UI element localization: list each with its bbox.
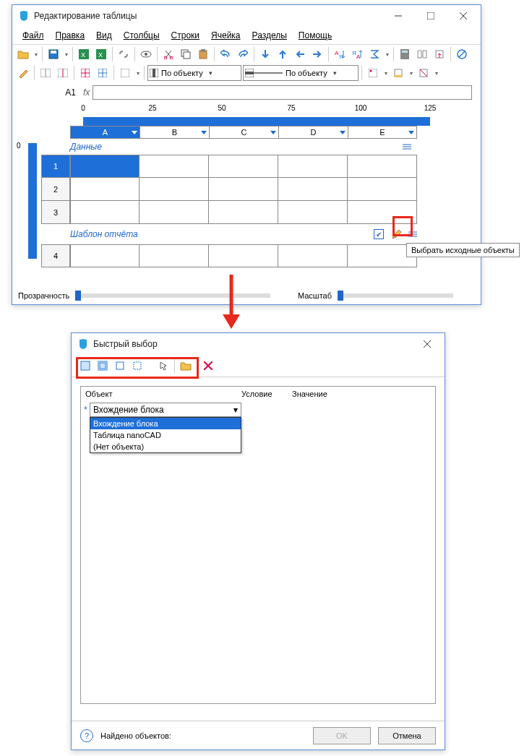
chevron-down-icon[interactable]	[270, 131, 276, 134]
menu-cell[interactable]: Ячейка	[205, 28, 246, 43]
align-dropdown-icon[interactable]: ▾	[382, 65, 389, 81]
col-header-b[interactable]: B	[140, 126, 209, 139]
fill-dropdown-icon[interactable]: ▾	[408, 65, 414, 81]
report-checkbox[interactable]: ✔	[374, 229, 384, 239]
sum-dropdown-icon[interactable]: ▾	[384, 46, 390, 62]
sort-asc-icon[interactable]: АЯ	[332, 46, 348, 62]
arrow-down-blue-icon[interactable]	[257, 46, 273, 62]
table-cell[interactable]	[140, 155, 209, 178]
table-cell[interactable]	[140, 178, 209, 201]
menu-rows[interactable]: Строки	[166, 28, 205, 43]
col-header-e[interactable]: E	[348, 126, 417, 139]
select-window-icon[interactable]	[95, 358, 111, 374]
chevron-down-icon[interactable]	[201, 131, 207, 134]
select-all-icon[interactable]	[77, 358, 93, 374]
table-cell[interactable]	[140, 201, 209, 224]
help-icon[interactable]: ?	[80, 729, 93, 742]
table-cell[interactable]	[278, 244, 348, 267]
arrow-right-blue-icon[interactable]	[309, 46, 325, 62]
formula-input[interactable]	[93, 85, 472, 100]
row-header-2[interactable]: 2	[41, 178, 70, 201]
titlebar[interactable]: Быстрый выбор	[72, 333, 445, 355]
undo-icon[interactable]	[218, 46, 233, 62]
calculator-icon[interactable]	[397, 46, 413, 62]
export-icon[interactable]	[432, 46, 447, 62]
table-cell[interactable]	[70, 155, 140, 178]
border-dropdown-icon[interactable]: ▾	[134, 65, 141, 81]
delete-icon[interactable]	[200, 358, 216, 374]
remove-format-dropdown-icon[interactable]: ▾	[433, 65, 439, 81]
split-cells-icon[interactable]	[55, 65, 71, 81]
menu-sections[interactable]: Разделы	[246, 28, 293, 43]
eye-icon[interactable]	[138, 46, 154, 62]
table-cell[interactable]	[348, 155, 417, 178]
paste-icon[interactable]	[195, 46, 211, 62]
section-handle-icon[interactable]	[403, 143, 411, 150]
open-dropdown-icon[interactable]: ▾	[33, 46, 39, 62]
sort-desc-icon[interactable]: ЯА	[349, 46, 365, 62]
menu-help[interactable]: Помощь	[293, 28, 338, 43]
close-button[interactable]	[447, 6, 479, 26]
table-cell[interactable]	[209, 201, 278, 224]
fill-color-icon[interactable]	[390, 65, 406, 81]
select-pick-icon[interactable]	[155, 358, 171, 374]
menu-edit[interactable]: Правка	[50, 28, 91, 43]
border-icon[interactable]	[117, 65, 133, 81]
sum-icon[interactable]	[366, 46, 382, 62]
redo-icon[interactable]	[235, 46, 251, 62]
grid-1-icon[interactable]	[77, 65, 93, 81]
table-cell[interactable]	[278, 201, 348, 224]
chevron-down-icon[interactable]	[132, 131, 137, 134]
merge-cells-icon[interactable]	[38, 65, 53, 81]
maximize-button[interactable]	[414, 6, 447, 26]
dropdown-item[interactable]: Вхождение блока	[90, 418, 241, 429]
row-header-1[interactable]: 1	[41, 155, 70, 178]
col-width-combo[interactable]: По объекту ▾	[147, 65, 241, 81]
grid-2-icon[interactable]	[95, 65, 111, 81]
section-handle-icon[interactable]	[408, 231, 417, 238]
table-cell[interactable]	[70, 178, 140, 201]
minimize-button[interactable]	[382, 6, 414, 26]
chevron-down-icon[interactable]	[408, 131, 414, 134]
table-cell[interactable]	[70, 244, 140, 267]
table-cell[interactable]	[209, 244, 278, 267]
table-cell[interactable]	[140, 244, 209, 267]
row-header-3[interactable]: 3	[41, 201, 70, 224]
brush-icon[interactable]	[15, 65, 31, 81]
scale-slider[interactable]	[338, 293, 453, 298]
row-header-4[interactable]: 4	[41, 244, 70, 267]
chevron-down-icon[interactable]	[340, 131, 346, 134]
table-cell[interactable]	[348, 178, 417, 201]
table-cell[interactable]	[278, 178, 348, 201]
book-icon[interactable]	[414, 46, 430, 62]
table-cell[interactable]	[348, 201, 417, 224]
ok-button[interactable]: OK	[313, 727, 371, 744]
menu-file[interactable]: Файл	[17, 28, 50, 43]
select-fence-icon[interactable]	[129, 358, 145, 374]
align-icon[interactable]	[365, 65, 381, 81]
remove-format-icon[interactable]	[416, 65, 432, 81]
table-cell[interactable]	[70, 201, 140, 224]
titlebar[interactable]: Редактирование таблицы	[12, 5, 481, 27]
menu-columns[interactable]: Столбцы	[118, 28, 166, 43]
table-cell[interactable]	[209, 178, 278, 201]
table-cell[interactable]	[278, 155, 348, 178]
col-header-c[interactable]: C	[209, 126, 278, 139]
open-folder-icon[interactable]	[178, 358, 194, 374]
save-icon[interactable]	[46, 46, 61, 62]
select-source-objects-icon[interactable]	[390, 227, 404, 241]
copy-icon[interactable]	[178, 46, 194, 62]
save-dropdown-icon[interactable]: ▾	[63, 46, 69, 62]
arrow-up-blue-icon[interactable]	[275, 46, 291, 62]
cancel-icon[interactable]	[454, 46, 470, 62]
link-icon[interactable]	[116, 46, 132, 62]
col-header-d[interactable]: D	[278, 126, 348, 139]
table-cell[interactable]	[209, 155, 278, 178]
close-button[interactable]	[411, 334, 443, 354]
dropdown-item[interactable]: (Нет объекта)	[90, 441, 241, 452]
row-height-combo[interactable]: По объекту ▾	[243, 65, 359, 81]
cancel-button[interactable]: Отмена	[378, 727, 436, 744]
menu-view[interactable]: Вид	[90, 28, 118, 43]
dropdown-item[interactable]: Таблица nanoCAD	[90, 429, 241, 441]
arrow-left-blue-icon[interactable]	[292, 46, 308, 62]
